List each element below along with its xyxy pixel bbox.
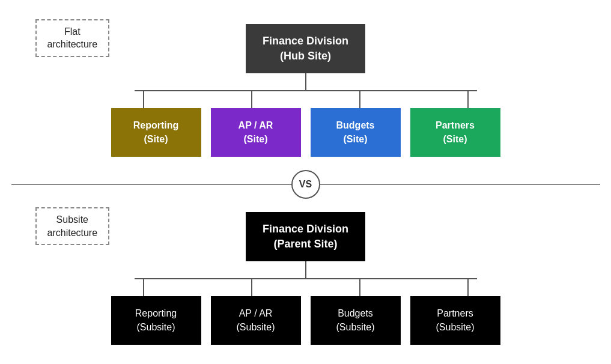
branch-down-partners-sub [414,278,522,296]
apar-subsite-node: AP / AR (Subsite) [211,296,301,345]
hub-site-node: Finance Division (Hub Site) [246,24,365,73]
budgets-subsite-node: Budgets (Subsite) [311,296,401,345]
budgets-site-node: Budgets (Site) [311,108,401,157]
parent-site-node: Finance Division (Parent Site) [246,212,365,261]
branch-down-apar [198,90,306,108]
diagram-container: Flat architecture Finance Division (Hub … [11,19,600,345]
branch-down-apar-sub [198,278,306,296]
flat-architecture-label: Flat architecture [35,19,110,57]
bottom-child-nodes-row: Reporting (Subsite) AP / AR (Subsite) Bu… [111,296,500,345]
branch-down-reporting [90,90,198,108]
partners-subsite-node: Partners (Subsite) [410,296,500,345]
vs-circle: VS [291,170,320,199]
partners-site-node: Partners (Site) [410,108,500,157]
bottom-tree-h-bar [90,278,522,296]
reporting-site-node: Reporting (Site) [111,108,201,157]
apar-site-node: AP / AR (Site) [211,108,301,157]
subsite-architecture-label: Subsite architecture [35,207,110,245]
branch-down-budgets-sub [306,278,414,296]
top-child-nodes-row: Reporting (Site) AP / AR (Site) Budgets … [111,108,500,157]
reporting-subsite-node: Reporting (Subsite) [111,296,201,345]
branch-down-reporting-sub [90,278,198,296]
divider-row: VS [11,170,600,199]
bottom-section: Subsite architecture Finance Division (P… [11,201,600,345]
hub-v-connector [305,73,306,90]
top-tree-h-bar [90,90,522,108]
branch-down-budgets [306,90,414,108]
parent-v-connector [305,261,306,278]
top-section: Flat architecture Finance Division (Hub … [11,19,600,168]
branch-down-partners [414,90,522,108]
